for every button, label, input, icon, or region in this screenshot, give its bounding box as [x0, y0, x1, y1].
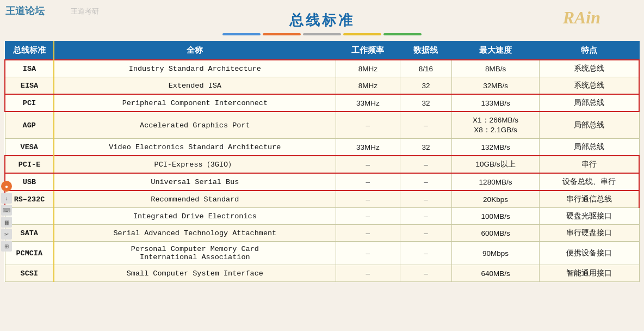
header-features: 特点 [539, 41, 639, 60]
left-toolbar: ● ↓ ⌨ ▦ ✂ ⊞ [0, 180, 13, 253]
bus-freq: – [336, 208, 400, 225]
bus-maxspeed: 132MB/s [452, 139, 540, 156]
toolbar-icon-6[interactable]: ⊞ [1, 241, 12, 252]
bus-fullname: Small Computer System Interface [54, 265, 336, 282]
bus-fullname: Integrated Drive Electronics [54, 208, 336, 225]
bus-maxspeed: 1280MB/s [452, 173, 540, 191]
toolbar-icon-4[interactable]: ▦ [1, 217, 12, 228]
table-row: PCI Peripheral Component Interconnect 33… [5, 94, 639, 112]
color-bars [0, 33, 644, 35]
bus-features: 串行 [539, 156, 639, 173]
table-row: VESA Video Electronics Standard Architec… [5, 139, 639, 156]
bus-datalines: – [400, 173, 451, 191]
bus-freq: 8MHz [336, 60, 400, 77]
bus-name: VESA [5, 139, 54, 156]
header-freq: 工作频率 [336, 41, 400, 60]
bus-datalines: – [400, 191, 451, 208]
bus-fullname: PCI-Express（3GIO） [54, 156, 336, 173]
bus-name: SCSI [5, 265, 54, 282]
bus-datalines: – [400, 112, 451, 139]
bus-freq: – [336, 173, 400, 191]
table-row: Integrated Drive Electronics – – 100MB/s… [5, 208, 639, 225]
watermark-forum: 王道论坛 [5, 4, 45, 17]
bus-freq: – [336, 156, 400, 173]
bus-freq: – [336, 112, 400, 139]
bus-features: 局部总线 [539, 139, 639, 156]
bus-name: PCI [5, 94, 54, 112]
bus-maxspeed: 8MB/s [452, 60, 540, 77]
bus-name: PCI-E [5, 156, 54, 173]
bus-datalines: – [400, 242, 451, 265]
bus-datalines: – [400, 265, 451, 282]
bus-freq: – [336, 242, 400, 265]
bus-name: ISA [5, 60, 54, 77]
toolbar-icon-1[interactable]: ● [1, 181, 12, 192]
bus-datalines: – [400, 225, 451, 242]
page-wrapper: 王道论坛 王道考研 RAin 总线标准 总线标准 全称 工作频率 数据线 最大速… [0, 0, 644, 331]
bus-fullname: Personal Computer Memory CardInternation… [54, 242, 336, 265]
bus-fullname: Video Electronics Standard Architecture [54, 139, 336, 156]
bus-datalines: 32 [400, 77, 451, 95]
table-row: RS–232C Recommended Standard – – 20Kbps … [5, 191, 639, 208]
bus-features: 局部总线 [539, 94, 639, 112]
bus-fullname: Extended ISA [54, 77, 336, 95]
bus-features: 便携设备接口 [539, 242, 639, 265]
bus-features: 系统总线 [539, 77, 639, 95]
bus-maxspeed: X1：266MB/sX8：2.1GB/s [452, 112, 540, 139]
bus-maxspeed: 100MB/s [452, 208, 540, 225]
bus-features: 智能通用接口 [539, 265, 639, 282]
table-row: SATA Serial Advanced Technology Attachme… [5, 225, 639, 242]
header-busname: 总线标准 [5, 41, 54, 60]
bus-datalines: 32 [400, 94, 451, 112]
bus-features: 设备总线、串行 [539, 173, 639, 191]
table-row: AGP Accelerated Graphics Port – – X1：266… [5, 112, 639, 139]
table-row: ISA Industry Standard Architecture 8MHz … [5, 60, 639, 77]
bus-freq: 33MHz [336, 139, 400, 156]
bus-maxspeed: 133MB/s [452, 94, 540, 112]
bus-datalines: – [400, 156, 451, 173]
color-bar-5 [383, 33, 422, 35]
toolbar-icon-3[interactable]: ⌨ [1, 205, 12, 216]
bus-fullname: Universal Serial Bus [54, 173, 336, 191]
bus-freq: – [336, 225, 400, 242]
toolbar-icon-2[interactable]: ↓ [1, 193, 12, 204]
header-datalines: 数据线 [400, 41, 451, 60]
table-row: SCSI Small Computer System Interface – –… [5, 265, 639, 282]
color-bar-3 [303, 33, 341, 35]
bus-name: EISA [5, 77, 54, 95]
color-bar-2 [263, 33, 301, 35]
table-row: USB Universal Serial Bus – – 1280MB/s 设备… [5, 173, 639, 191]
header-maxspeed: 最大速度 [452, 41, 540, 60]
bus-maxspeed: 32MB/s [452, 77, 540, 95]
bus-fullname: Peripheral Component Interconnect [54, 94, 336, 112]
table-row: PCMCIA Personal Computer Memory CardInte… [5, 242, 639, 265]
watermark-rain: RAin [563, 8, 600, 28]
bus-fullname: Accelerated Graphics Port [54, 112, 336, 139]
bus-fullname: Industry Standard Architecture [54, 60, 336, 77]
bus-maxspeed: 10GB/s以上 [452, 156, 540, 173]
bus-freq: 8MHz [336, 77, 400, 95]
bus-features: 硬盘光驱接口 [539, 208, 639, 225]
bus-freq: 33MHz [336, 94, 400, 112]
table-row: EISA Extended ISA 8MHz 32 32MB/s 系统总线 [5, 77, 639, 95]
toolbar-icon-5[interactable]: ✂ [1, 229, 12, 240]
table-container: 总线标准 全称 工作频率 数据线 最大速度 特点 ISA Industry St… [4, 41, 640, 282]
bus-maxspeed: 90Mbps [452, 242, 540, 265]
bus-features: 串行通信总线 [539, 191, 639, 208]
watermark-sub: 王道考研 [71, 7, 99, 16]
bus-datalines: 32 [400, 139, 451, 156]
bus-name: AGP [5, 112, 54, 139]
bus-freq: – [336, 265, 400, 282]
bus-fullname: Serial Advanced Technology Attachment [54, 225, 336, 242]
bus-maxspeed: 600MB/s [452, 225, 540, 242]
bus-features: 串行硬盘接口 [539, 225, 639, 242]
bus-standards-table: 总线标准 全称 工作频率 数据线 最大速度 特点 ISA Industry St… [4, 41, 640, 282]
bus-fullname: Recommended Standard [54, 191, 336, 208]
header-fullname: 全称 [54, 41, 336, 60]
table-row: PCI-E PCI-Express（3GIO） – – 10GB/s以上 串行 [5, 156, 639, 173]
bus-maxspeed: 640MB/s [452, 265, 540, 282]
color-bar-1 [222, 33, 261, 35]
bus-freq: – [336, 191, 400, 208]
bus-features: 系统总线 [539, 60, 639, 77]
bus-datalines: – [400, 208, 451, 225]
